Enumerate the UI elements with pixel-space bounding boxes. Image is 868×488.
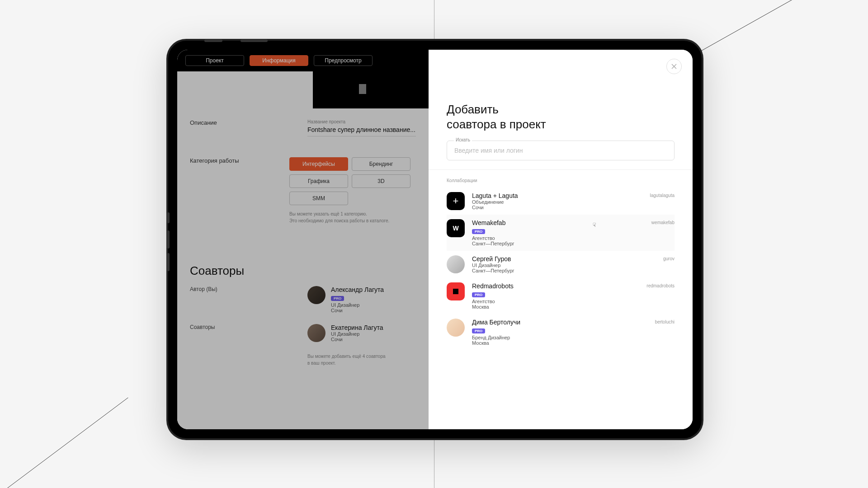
- collab-heading: Коллаборации: [447, 178, 675, 183]
- collab-name: Дима Бертолучи: [472, 319, 648, 326]
- collab-username: redmadrobots: [646, 282, 675, 288]
- close-icon: [671, 64, 677, 69]
- avatar: [447, 255, 465, 273]
- collab-name: Сергей Гуров: [472, 255, 656, 263]
- collab-username: gurov: [663, 255, 675, 261]
- tablet-button: [204, 39, 222, 42]
- collab-city: Санкт—Петербург: [472, 241, 644, 246]
- plus-icon: +: [447, 192, 465, 210]
- collab-username: wemakefab: [651, 219, 675, 225]
- collab-city: Москва: [472, 304, 639, 310]
- avatar: [447, 319, 465, 337]
- cursor-icon: ☟: [593, 222, 596, 228]
- collab-item-dima[interactable]: Дима Бертолучи PRO Бренд Дизайнер Москва…: [447, 314, 675, 350]
- editor-panel: Проект Информация Предпросмотр Описание …: [177, 50, 429, 429]
- svg-line-1: [0, 398, 158, 488]
- collab-type: Агентство: [472, 235, 644, 241]
- pro-badge: PRO: [472, 328, 485, 333]
- close-button[interactable]: [666, 59, 682, 74]
- pro-badge: PRO: [472, 229, 485, 234]
- collab-type: Бренд Дизайнер: [472, 335, 648, 340]
- pro-badge: PRO: [472, 292, 485, 297]
- tablet-button: [167, 212, 170, 223]
- search-input[interactable]: [447, 141, 675, 160]
- modal-title: Добавить соавтора в проект: [447, 102, 675, 131]
- search-field[interactable]: Искать: [447, 141, 675, 160]
- collab-name: Redmadrobots: [472, 282, 639, 290]
- collab-type: UI Дизайнер: [472, 263, 656, 268]
- collab-username: lagutalaguta: [650, 192, 675, 198]
- tablet-button: [241, 39, 268, 42]
- tablet-button: [167, 253, 170, 271]
- logo-icon: [447, 282, 465, 300]
- collab-item-redmadrobots[interactable]: Redmadrobots PRO Агентство Москва redmad…: [447, 278, 675, 314]
- tablet-screen: Проект Информация Предпросмотр Описание …: [177, 50, 693, 429]
- search-label: Искать: [454, 137, 472, 142]
- collab-city: Сочи: [472, 205, 643, 210]
- collab-item-wemakefab[interactable]: W Wemakefab PRO Агентство Санкт—Петербур…: [447, 215, 675, 251]
- collab-item-gurov[interactable]: Сергей Гуров UI Дизайнер Санкт—Петербург…: [447, 251, 675, 278]
- tablet-frame: Проект Информация Предпросмотр Описание …: [168, 41, 702, 438]
- collab-city: Москва: [472, 340, 648, 346]
- logo-icon: W: [447, 219, 465, 237]
- add-coauthor-modal: Добавить соавтора в проект Искать Коллаб…: [429, 50, 693, 429]
- collab-city: Санкт—Петербург: [472, 268, 656, 273]
- tablet-button: [167, 230, 170, 249]
- collab-name: Wemakefab: [472, 219, 644, 226]
- collab-type: Объединение: [472, 199, 643, 205]
- collab-username: bertoluchi: [655, 319, 675, 324]
- collab-item-laguta[interactable]: + Laguta + Laguta Объединение Сочи lagut…: [447, 188, 675, 215]
- decorative-line: [0, 398, 181, 488]
- collab-name: Laguta + Laguta: [472, 192, 643, 199]
- collab-type: Агентство: [472, 299, 639, 304]
